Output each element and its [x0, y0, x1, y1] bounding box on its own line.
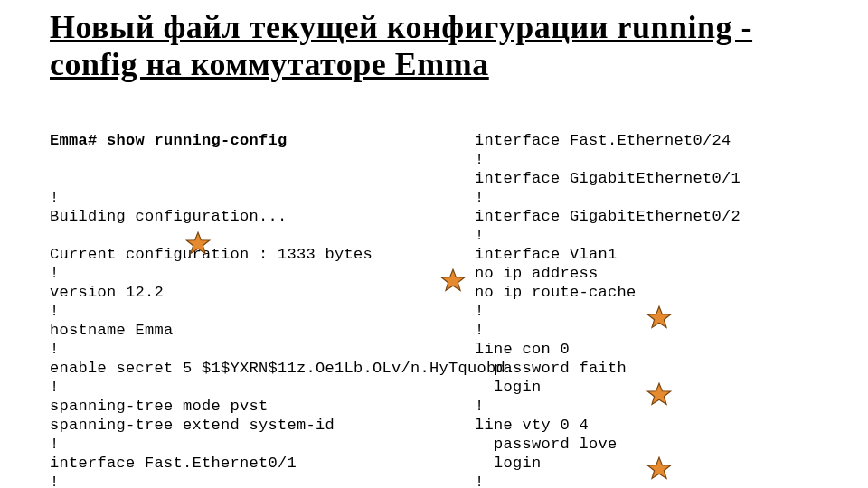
config-line: interface Fast.Ethernet0/1 — [50, 454, 475, 473]
config-line: ! — [50, 264, 475, 283]
config-line: password love — [475, 435, 818, 454]
config-line: interface Vlan1 — [475, 245, 818, 264]
config-line: ! — [50, 302, 475, 321]
config-line: line con 0 — [475, 340, 818, 359]
config-right-column: interface Fast.Ethernet0/24!interface Gi… — [475, 93, 818, 488]
slide: Новый файл текущей конфигурации running … — [0, 0, 868, 488]
config-line: version 12.2 — [50, 283, 475, 302]
config-line: interface Fast.Ethernet0/24 — [475, 131, 818, 150]
cli-command: show running-config — [107, 132, 288, 149]
config-right-lines: interface Fast.Ethernet0/24!interface Gi… — [475, 131, 818, 488]
config-line: ! — [50, 435, 475, 454]
config-left-column: Emma# show running-config !Building conf… — [50, 93, 475, 488]
config-line: ! — [475, 302, 818, 321]
cli-hostname: Emma# — [50, 132, 98, 149]
config-line: ! — [50, 188, 475, 207]
config-line: interface GigabitEthernet0/1 — [475, 169, 818, 188]
config-line: Building configuration... — [50, 207, 475, 226]
config-line: ! — [475, 397, 818, 416]
config-line: Current configuration : 1333 bytes — [50, 245, 475, 264]
config-line: enable secret 5 $1$YXRN$11z.Oe1Lb.OLv/n.… — [50, 359, 475, 378]
config-line: hostname Emma — [50, 321, 475, 340]
config-line: spanning-tree extend system-id — [50, 416, 475, 435]
config-line: no ip route-cache — [475, 283, 818, 302]
config-line: ! — [475, 188, 818, 207]
cli-prompt-line: Emma# show running-config — [50, 131, 475, 150]
config-line: ! — [50, 340, 475, 359]
config-left-lines: !Building configuration... Current confi… — [50, 188, 475, 488]
config-line: spanning-tree mode pvst — [50, 397, 475, 416]
config-columns: Emma# show running-config !Building conf… — [50, 93, 832, 488]
config-line: ! — [475, 473, 818, 488]
config-line: ! — [475, 321, 818, 340]
slide-title: Новый файл текущей конфигурации running … — [50, 9, 832, 84]
config-line: interface GigabitEthernet0/2 — [475, 207, 818, 226]
config-line: ! — [50, 378, 475, 397]
config-line: no ip address — [475, 264, 818, 283]
config-line: ! — [50, 473, 475, 488]
config-line: line vty 0 4 — [475, 416, 818, 435]
config-line — [50, 226, 475, 245]
config-line: ! — [475, 150, 818, 169]
config-line: login — [475, 378, 818, 397]
config-line: ! — [475, 226, 818, 245]
config-line: password faith — [475, 359, 818, 378]
config-line: login — [475, 454, 818, 473]
